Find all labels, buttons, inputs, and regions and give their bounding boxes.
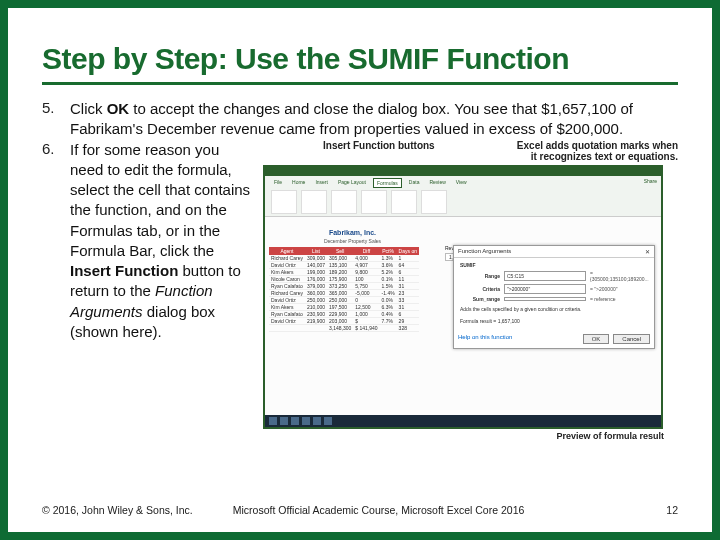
criteria-input[interactable]: ">200000" bbox=[504, 284, 586, 294]
figure-callouts: Insert Function buttons Excel adds quota… bbox=[263, 140, 678, 162]
ribbon-group[interactable] bbox=[271, 190, 297, 214]
arg-sumrange-row: Sum_range = reference bbox=[460, 296, 648, 302]
table-header-row: Agent List Sell Diff Pct% Days on bbox=[269, 247, 419, 255]
dialog-body: SUMIF Range C5:C15 = {305000;135100;1892… bbox=[454, 258, 654, 330]
arg-criteria-row: Criteria ">200000" = ">200000" bbox=[460, 284, 648, 294]
sheet-company: Fabrikam, Inc. bbox=[265, 229, 440, 236]
cancel-button[interactable]: Cancel bbox=[613, 334, 650, 344]
step-text: If for some reason you need to edit the … bbox=[70, 140, 255, 343]
callout-preview-result: Preview of formula result bbox=[263, 431, 678, 441]
ribbon-tabs: File Home Insert Page Layout Formulas Da… bbox=[265, 176, 661, 190]
callout-insert-function: Insert Function buttons bbox=[323, 140, 435, 162]
ribbon-group[interactable] bbox=[391, 190, 417, 214]
title-rule bbox=[42, 82, 678, 85]
step-list: 5. Click OK to accept the changes and cl… bbox=[42, 99, 678, 441]
tab-insert[interactable]: Insert bbox=[312, 178, 331, 188]
tab-data[interactable]: Data bbox=[406, 178, 423, 188]
table-row: Richard Carey360,000365,000-5,000-1.4%23 bbox=[269, 289, 419, 296]
table-row: Nicole Caron176,000175,9001000.1%11 bbox=[269, 275, 419, 282]
callout-quotation-marks: Excel adds quotation marks when it recog… bbox=[517, 140, 678, 162]
page-number: 12 bbox=[666, 504, 678, 516]
tab-formulas[interactable]: Formulas bbox=[373, 178, 402, 188]
copyright: © 2016, John Wiley & Sons, Inc. bbox=[42, 504, 193, 516]
step-5: 5. Click OK to accept the changes and cl… bbox=[42, 99, 678, 140]
arg-range-row: Range C5:C15 = {305000;135100;189200... bbox=[460, 270, 648, 282]
taskbar-icon[interactable] bbox=[324, 417, 332, 425]
tab-view[interactable]: View bbox=[453, 178, 470, 188]
range-input[interactable]: C5:C15 bbox=[504, 271, 586, 281]
table-row: David Ortiz250,000250,00000.0%33 bbox=[269, 296, 419, 303]
ribbon-group[interactable] bbox=[361, 190, 387, 214]
dialog-function-name: SUMIF bbox=[460, 262, 648, 268]
sumrange-input[interactable] bbox=[504, 297, 586, 301]
tab-pagelayout[interactable]: Page Layout bbox=[335, 178, 369, 188]
ok-button[interactable]: OK bbox=[583, 334, 610, 344]
excel-ribbon: File Home Insert Page Layout Formulas Da… bbox=[265, 176, 661, 217]
table-row: Kim Akers210,000197,50012,5006.3%31 bbox=[269, 303, 419, 310]
function-arguments-dialog: Function Arguments ✕ SUMIF Range C5:C15 … bbox=[453, 245, 655, 349]
slide: Step by Step: Use the SUMIF Function 5. … bbox=[8, 8, 712, 532]
table-row: Kim Akers199,000189,2009,8005.2%6 bbox=[269, 268, 419, 275]
taskbar-icon[interactable] bbox=[291, 417, 299, 425]
dialog-description: Adds the cells specified by a given cond… bbox=[460, 306, 648, 312]
table-row: 3,148,300$ 141,940328 bbox=[269, 324, 419, 331]
taskbar-icon[interactable] bbox=[280, 417, 288, 425]
tab-review[interactable]: Review bbox=[426, 178, 448, 188]
step-number: 5. bbox=[42, 99, 70, 116]
formula-result-row: Formula result = 1,657,100 bbox=[460, 318, 648, 324]
tab-file[interactable]: File bbox=[271, 178, 285, 188]
windows-taskbar bbox=[265, 415, 661, 427]
taskbar-icon[interactable] bbox=[269, 417, 277, 425]
page-title: Step by Step: Use the SUMIF Function bbox=[42, 42, 678, 76]
close-icon[interactable]: ✕ bbox=[645, 248, 650, 255]
worksheet: Fabrikam, Inc. December Property Sales A… bbox=[265, 227, 440, 332]
figure: Insert Function buttons Excel adds quota… bbox=[263, 140, 678, 441]
taskbar-icon[interactable] bbox=[302, 417, 310, 425]
table-row: David Ortiz219,900203,000$7.7%29 bbox=[269, 317, 419, 324]
step-6: 6. If for some reason you need to edit t… bbox=[42, 140, 678, 441]
dialog-titlebar: Function Arguments ✕ bbox=[454, 246, 654, 258]
taskbar-icon[interactable] bbox=[313, 417, 321, 425]
table-row: Ryan Calafato379,000373,2505,7501.5%31 bbox=[269, 282, 419, 289]
ribbon-group[interactable] bbox=[301, 190, 327, 214]
tab-home[interactable]: Home bbox=[289, 178, 308, 188]
ribbon-groups bbox=[271, 190, 655, 214]
excel-window: File Home Insert Page Layout Formulas Da… bbox=[263, 165, 663, 429]
share-button[interactable]: Share bbox=[644, 178, 657, 184]
dialog-buttons: Help on this function OK Cancel bbox=[454, 330, 654, 348]
step-text: Click OK to accept the changes and close… bbox=[70, 99, 678, 140]
footer: © 2016, John Wiley & Sons, Inc. Microsof… bbox=[42, 504, 678, 516]
table-row: Ryan Calafato230,900229,9001,0000.4%6 bbox=[269, 310, 419, 317]
sheet-subtitle: December Property Sales bbox=[265, 238, 440, 244]
data-table: Agent List Sell Diff Pct% Days on Richar… bbox=[269, 247, 419, 332]
help-link[interactable]: Help on this function bbox=[458, 334, 512, 344]
excel-titlebar bbox=[265, 167, 661, 176]
step-number: 6. bbox=[42, 140, 70, 157]
course-name: Microsoft Official Academic Course, Micr… bbox=[233, 504, 667, 516]
ribbon-group[interactable] bbox=[421, 190, 447, 214]
ribbon-group[interactable] bbox=[331, 190, 357, 214]
table-row: David Ortiz140,007135,1004,9073.6%64 bbox=[269, 261, 419, 268]
